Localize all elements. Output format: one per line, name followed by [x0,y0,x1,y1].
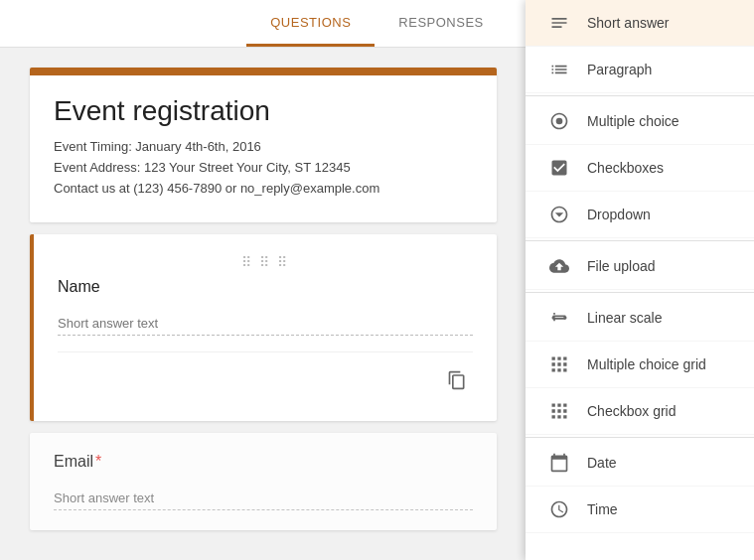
form-header-card: Event registration Event Timing: January… [30,68,497,222]
copy-button[interactable] [441,364,473,401]
desc-line3: Contact us at (123) 456-7890 or no_reply… [54,179,473,200]
question-card-email: Email* [30,433,497,530]
dropdown-item-dropdown[interactable]: Dropdown [526,192,754,238]
short-answer-icon [545,13,573,33]
dropdown-item-multiple-choice[interactable]: Multiple choice [526,98,754,145]
form-title: Event registration [54,95,473,127]
card-actions [58,351,473,401]
question-card-name: ⠿ ⠿ ⠿ Name [30,234,497,421]
question-label-email: Email* [54,453,473,471]
file-upload-label: File upload [587,258,656,274]
dropdown-item-date[interactable]: Date [526,440,754,487]
dropdown-item-time[interactable]: Time [526,487,754,533]
separator-2 [526,240,754,241]
dropdown-label: Dropdown [587,207,651,222]
multiple-choice-icon [545,111,573,131]
separator-1 [526,95,754,96]
multiple-choice-label: Multiple choice [587,113,679,129]
multiple-choice-grid-icon [545,354,573,374]
linear-scale-label: Linear scale [587,310,663,326]
form-description: Event Timing: January 4th-6th, 2016 Even… [54,137,473,199]
dropdown-item-checkbox-grid[interactable]: Checkbox grid [526,388,754,435]
multiple-choice-grid-label: Multiple choice grid [587,356,706,372]
paragraph-icon [545,60,573,79]
checkbox-grid-label: Checkbox grid [587,403,677,419]
drag-handle[interactable]: ⠿ ⠿ ⠿ [58,254,473,270]
tab-responses[interactable]: Responses [375,0,507,47]
dropdown-item-paragraph[interactable]: Paragraph [526,47,754,93]
separator-4 [526,437,754,438]
file-upload-icon [545,256,573,276]
checkbox-grid-icon [545,401,573,421]
question-type-dropdown: Short answer Paragraph Multiple choice C… [526,0,754,560]
paragraph-label: Paragraph [587,62,652,77]
required-star: * [95,453,101,470]
copy-icon [447,370,467,390]
time-icon [545,499,573,519]
dropdown-item-short-answer[interactable]: Short answer [526,0,754,47]
checkboxes-icon [545,158,573,178]
time-label: Time [587,501,618,517]
tab-questions[interactable]: Questions [246,0,375,47]
main-content: Event registration Event Timing: January… [0,48,527,560]
dropdown-item-file-upload[interactable]: File upload [526,243,754,290]
date-label: Date [587,455,617,471]
svg-point-2 [563,316,566,319]
short-answer-label: Short answer [587,15,669,31]
short-answer-input-email[interactable] [54,487,473,510]
desc-line2: Event Address: 123 Your Street Your City… [54,158,473,179]
svg-point-0 [556,118,563,125]
short-answer-input-name[interactable] [58,312,473,336]
svg-point-1 [552,316,555,319]
dropdown-item-linear-scale[interactable]: Linear scale [526,295,754,342]
desc-line1: Event Timing: January 4th-6th, 2016 [54,137,473,158]
date-icon [545,453,573,473]
dropdown-item-checkboxes[interactable]: Checkboxes [526,145,754,192]
email-label-text: Email [54,453,93,470]
checkboxes-label: Checkboxes [587,160,664,176]
separator-3 [526,292,754,293]
linear-scale-icon [545,308,573,328]
dropdown-icon [545,205,573,224]
dropdown-item-multiple-choice-grid[interactable]: Multiple choice grid [526,342,754,388]
question-label-name: Name [58,278,473,296]
